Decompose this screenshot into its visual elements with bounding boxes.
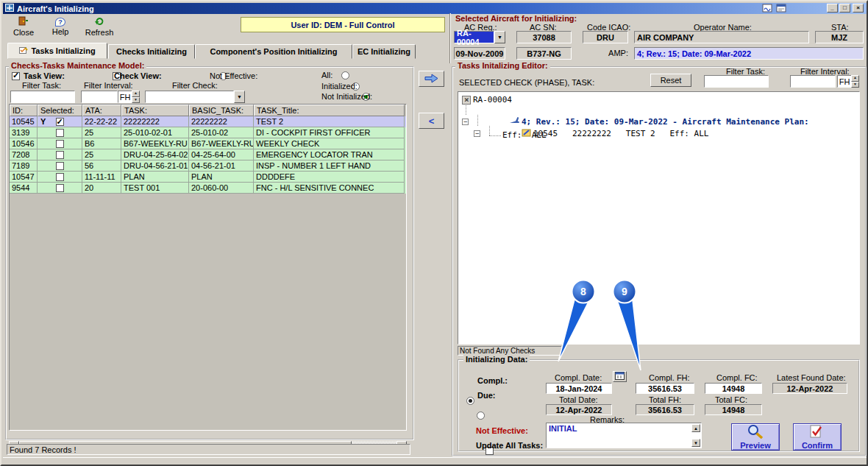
close-window-button[interactable]: × <box>853 4 864 13</box>
row-select-checkbox[interactable] <box>56 173 64 181</box>
tab-components-position-initializing[interactable]: Component's Position Initializing <box>195 44 352 59</box>
task-view-label: Task View: <box>24 71 65 80</box>
table-header: ID: Selected: ATA: TASK: BASIC_TASK: TAS… <box>10 105 406 116</box>
not-initialized-label: Not Initialized: <box>321 92 372 101</box>
minimize-button[interactable]: _ <box>827 4 838 13</box>
tab-icon <box>19 46 28 56</box>
row-select-checkbox[interactable] <box>56 140 64 148</box>
tree-node-effectivity[interactable]: Eff: ALL <box>502 130 547 140</box>
ac-type-field: B737-NG <box>516 47 572 60</box>
tasks-editor-title: Tasks Initalizing Editor: <box>455 61 550 70</box>
operator-name-field: AIR COMPANY <box>634 31 809 43</box>
compl-fh-label: Compl. FH: <box>649 373 690 382</box>
due-radio[interactable] <box>477 412 485 420</box>
compl-date-input[interactable]: 18-Jan-2024 <box>546 383 612 394</box>
app-icon <box>5 4 14 13</box>
row-select-checkbox[interactable] <box>56 184 64 192</box>
collapse-toggle-icon[interactable] <box>474 130 480 137</box>
due-label: Due: <box>477 391 495 400</box>
selected-check-task-label: SELECTED CHECK (PHASE), TASK: <box>459 78 594 87</box>
preview-button[interactable]: Preview <box>731 423 780 451</box>
col-header-ata[interactable]: ATA: <box>82 105 121 116</box>
titlebar-sign-icon[interactable] <box>762 4 772 14</box>
titlebar-form-icon[interactable] <box>776 4 786 14</box>
not-effective-checkbox-label: Not Effective: <box>476 426 528 435</box>
table-row[interactable]: 3139 25 25-010-02-01 25-010-02 DI - COCK… <box>10 127 406 138</box>
tasks-tree: RA-00004 4; Rev.: 15; Date: 09-Mar-2022 … <box>458 91 860 345</box>
code-icao-field: DRU <box>583 31 628 43</box>
task-view-checkbox[interactable] <box>12 72 20 80</box>
table-row[interactable]: 7189 56 DRU-04-56-21-01 04-56-21-01 INSP… <box>10 160 406 172</box>
col-header-task-title[interactable]: TASK_Title: <box>254 105 405 116</box>
window-title: Aircraft's Initializing <box>17 4 94 13</box>
row-select-checkbox[interactable] <box>56 129 64 137</box>
close-button[interactable]: Close <box>7 15 40 38</box>
filter-task-input[interactable] <box>10 91 75 103</box>
editor-interval-spin-down[interactable]: ▼ <box>851 82 859 88</box>
filter-interval-unit[interactable]: FH ▲ ▼ <box>118 91 140 103</box>
filter-check-dropdown-arrow[interactable]: ▼ <box>234 91 245 103</box>
table-row[interactable]: 10546 B6 B67-WEEKLY-RU B67-WEEKLY-RU WEE… <box>10 138 406 149</box>
user-banner: User ID: DEM - Full Control <box>241 17 445 32</box>
calendar-icon <box>615 372 625 381</box>
tab-tasks-initializing[interactable]: Tasks Initializing <box>7 43 107 59</box>
calendar-button[interactable] <box>613 371 627 382</box>
col-header-basic-task[interactable]: BASIC_TASK: <box>189 105 254 116</box>
reset-button[interactable]: Reset <box>650 74 691 87</box>
interval-spin-down[interactable]: ▼ <box>132 97 140 104</box>
tree-node-aircraft[interactable]: RA-00004 <box>462 95 512 105</box>
remarks-scroll-down[interactable]: ▼ <box>691 439 700 447</box>
maximize-button[interactable]: □ <box>839 4 850 13</box>
compl-date-label: Compl. Date: <box>555 373 602 382</box>
col-header-selected[interactable]: Selected: <box>38 105 82 116</box>
editor-interval-spin-up[interactable]: ▲ <box>851 75 859 82</box>
table-row[interactable]: 9544 20 TEST 001 20-060-00 FNC - H/L SEN… <box>10 183 406 194</box>
filter-task-label: Filter Task: <box>22 81 61 90</box>
initializing-data-title: Initializing Data: <box>463 355 530 364</box>
tab-checks-initializing[interactable]: Checks Initializing <box>108 44 195 59</box>
filter-interval-label: Filter Interval: <box>84 81 133 90</box>
compl-fc-label: Compl. FC: <box>716 373 758 382</box>
move-left-button[interactable]: < <box>419 113 444 129</box>
compl-fh-input[interactable]: 35616.53 <box>636 383 694 394</box>
editor-filter-interval-input[interactable] <box>790 75 836 88</box>
all-label: All: <box>321 71 332 80</box>
table-row[interactable]: 10545 Y 22-22-22 22222222 22222222 TEST … <box>10 116 406 127</box>
check-view-label: Check View: <box>114 71 162 80</box>
compl-label: Compl.: <box>477 376 508 385</box>
bottom-status-strip <box>3 457 868 466</box>
filter-check-dropdown[interactable]: ▼ <box>145 91 245 103</box>
magnifier-icon <box>746 424 765 440</box>
table-row[interactable]: 10547 11-11-11 PLAN PLAN DDDDEFE <box>10 172 406 183</box>
move-right-button[interactable] <box>419 71 444 87</box>
maintenance-model-title: Checks-Tasks Maintenance Model: <box>9 61 146 70</box>
interval-spin-up[interactable]: ▲ <box>132 91 140 97</box>
editor-filter-task-input[interactable] <box>704 75 769 88</box>
compl-radio[interactable] <box>466 397 474 405</box>
remarks-scroll-up[interactable]: ▲ <box>691 424 700 432</box>
compl-fc-input[interactable]: 14948 <box>705 383 762 394</box>
help-icon: ? <box>55 18 65 27</box>
header-divider <box>449 13 451 63</box>
confirm-button[interactable]: Confirm <box>793 423 842 451</box>
row-select-checkbox[interactable] <box>56 118 64 126</box>
table-row[interactable]: 7208 25 DRU-04-25-64-02 04-25-64-00 EMER… <box>10 149 406 160</box>
col-header-task[interactable]: TASK: <box>121 105 189 116</box>
remarks-textarea[interactable]: INITIAL ▲ ▼ <box>546 423 702 448</box>
filter-check-label: Filter Check: <box>172 81 218 90</box>
tasks-table: ID: Selected: ATA: TASK: BASIC_TASK: TAS… <box>9 104 407 431</box>
ac-reg-combo-arrow[interactable]: ▼ <box>494 31 505 43</box>
row-select-checkbox[interactable] <box>56 162 64 170</box>
editor-filter-interval-unit[interactable]: FH ▲ ▼ <box>837 75 859 88</box>
latest-found-date-label: Latest Found Date: <box>777 373 846 382</box>
tab-ec-initializing[interactable]: EC Initializing <box>352 44 416 59</box>
filter-interval-input[interactable] <box>81 91 118 103</box>
amp-field: 4; Rev.: 15; Date: 09-Mar-2022 <box>634 47 864 60</box>
help-button[interactable]: ? Help <box>44 15 77 38</box>
refresh-button[interactable]: Refresh <box>81 15 118 38</box>
ac-reg-combo[interactable]: RA-00004 ▼ <box>454 31 505 43</box>
collapse-toggle-icon[interactable] <box>462 119 469 125</box>
col-header-id[interactable]: ID: <box>10 105 38 116</box>
row-select-checkbox[interactable] <box>56 151 64 159</box>
aircraft-node-icon <box>462 96 471 105</box>
